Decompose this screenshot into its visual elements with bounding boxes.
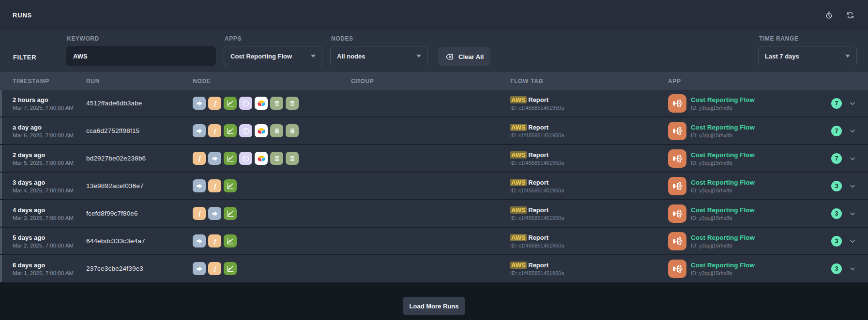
app-cell: Cost Reporting Flow ID: y3qujj15rhx8b [668,94,813,113]
expand-chevron-icon[interactable] [849,155,856,162]
node-chip-chart-icon[interactable] [224,262,237,275]
node-chip-chart-icon[interactable] [224,207,237,220]
node-chip-list: f [193,262,351,275]
node-chip-function-icon[interactable]: f [208,262,221,275]
run-row[interactable]: 2 days ago Mar 5, 2025, 7:00:00 AM bd292… [0,145,868,173]
run-row[interactable]: 3 days ago Mar 4, 2025, 7:00:00 AM 13e98… [0,173,868,200]
app-name-link[interactable]: Cost Reporting Flow [691,262,755,269]
node-chip-timer-icon[interactable] [239,97,252,110]
node-chip-function-icon[interactable]: f [208,97,221,110]
nodes-dropdown-value: All nodes [337,53,365,60]
apps-label: APPS [225,35,322,42]
flow-app-icon [668,177,686,195]
nodes-dropdown[interactable]: All nodes [330,46,428,66]
node-chip-function-icon[interactable]: f [208,124,221,137]
app-name-link[interactable]: Cost Reporting Flow [691,206,755,214]
keyword-highlight: AWS [510,96,527,103]
time-range-filter-group: TIME RANGE Last 7 days [758,30,857,66]
chevron-down-icon [311,55,316,58]
expand-chevron-icon[interactable] [849,182,856,190]
node-chip-list-icon[interactable] [286,152,299,165]
node-chip-arrow-icon[interactable] [193,234,206,247]
run-row[interactable]: 5 days ago Mar 2, 2025, 7:00:00 AM 644eb… [0,228,868,255]
run-relative-time: 2 days ago [13,151,86,159]
flow-tab-id: ID: c1f455851451950a [510,270,668,276]
app-name-link[interactable]: Cost Reporting Flow [691,179,755,186]
node-chip-arrow-icon[interactable] [193,124,206,137]
refresh-button[interactable] [845,10,855,20]
run-relative-time: 6 days ago [13,262,86,269]
node-count-badge: 3 [831,181,842,191]
flow-tab-cell: AWS Report ID: c1f455851451950a [510,124,668,138]
row-actions: 7 [813,98,856,109]
apps-dropdown-value: Cost Reporting Flow [230,53,292,60]
expand-chevron-icon[interactable] [849,127,856,135]
node-chip-list-icon[interactable] [270,124,283,137]
flow-tab-name: Report [528,206,548,214]
flow-app-icon [668,149,686,168]
app-id: ID: y3qujj15rhx8b [691,215,755,221]
node-chip-list-icon[interactable] [286,124,299,137]
node-chip-timer-icon[interactable] [239,152,252,165]
expand-chevron-icon[interactable] [849,237,856,245]
run-timestamp: Mar 1, 2025, 7:00:00 AM [13,270,86,276]
node-chip-timer-icon[interactable] [239,124,252,137]
nodes-label: NODES [331,35,428,42]
run-row[interactable]: 2 hours ago Mar 7, 2025, 7:00:00 AM 4512… [0,90,868,117]
node-chip-function-icon[interactable]: f [208,179,221,192]
load-more-runs-button[interactable]: Load More Runs [403,297,466,315]
node-chip-airtable-icon[interactable] [255,124,268,137]
node-chip-function-icon[interactable]: f [193,207,206,220]
node-chip-chart-icon[interactable] [224,179,237,192]
app-name-link[interactable]: Cost Reporting Flow [691,151,755,159]
node-chip-chart-icon[interactable] [224,97,237,110]
run-id: fcefd8f99c7f80e6 [86,210,193,217]
run-row[interactable]: 4 days ago Mar 3, 2025, 7:00:00 AM fcefd… [0,200,868,228]
clear-all-label: Clear All [458,53,484,60]
node-chip-chart-icon[interactable] [224,152,237,165]
flow-tab-name: Report [528,234,548,241]
column-header-node: NODE [193,78,351,85]
run-relative-time: 3 days ago [13,179,86,186]
app-name-link[interactable]: Cost Reporting Flow [691,124,755,131]
keyword-filter-group: KEYWORD [66,30,216,66]
node-chip-chart-icon[interactable] [224,124,237,137]
node-chip-chart-icon[interactable] [224,234,237,247]
node-chip-airtable-icon[interactable] [255,97,268,110]
node-chip-list-icon[interactable] [270,152,283,165]
node-chip-function-icon[interactable]: f [193,152,206,165]
svg-text:f: f [198,210,201,217]
timestamp-cell: 6 days ago Mar 1, 2025, 7:00:00 AM [13,262,86,276]
node-chip-arrow-icon[interactable] [193,179,206,192]
runs-table-body: 2 hours ago Mar 7, 2025, 7:00:00 AM 4512… [0,90,868,283]
run-id: 644ebdc333c3e4a7 [86,237,193,245]
node-chip-function-icon[interactable]: f [208,234,221,247]
node-count-badge: 7 [831,153,842,164]
run-row[interactable]: 6 days ago Mar 1, 2025, 7:00:00 AM 237ce… [0,255,868,283]
svg-text:f: f [214,265,217,272]
node-chip-arrow-icon[interactable] [193,97,206,110]
node-chip-arrow-icon[interactable] [208,207,221,220]
node-chip-arrow-icon[interactable] [208,152,221,165]
app-name-link[interactable]: Cost Reporting Flow [691,96,755,103]
expand-chevron-icon[interactable] [849,210,856,218]
flow-tab-name: Report [528,124,548,131]
timer-off-button[interactable] [823,10,834,20]
run-id: 237ce3cbe24f39e3 [86,265,193,272]
nodes-filter-group: NODES All nodes [330,30,428,66]
expand-chevron-icon[interactable] [849,265,856,273]
node-chip-arrow-icon[interactable] [193,262,206,275]
apps-dropdown[interactable]: Cost Reporting Flow [224,46,322,66]
node-chip-list-icon[interactable] [270,97,283,110]
page-title: RUNS [13,12,32,19]
clear-all-button[interactable]: Clear All [438,47,490,66]
node-chip-airtable-icon[interactable] [255,152,268,165]
time-range-dropdown[interactable]: Last 7 days [758,46,857,66]
expand-chevron-icon[interactable] [849,100,856,107]
run-row[interactable]: a day ago Mar 6, 2025, 7:00:00 AM cca6d2… [0,117,868,145]
node-chip-list-icon[interactable] [286,97,299,110]
timestamp-cell: a day ago Mar 6, 2025, 7:00:00 AM [13,124,86,138]
keyword-input[interactable] [66,46,216,66]
app-name-link[interactable]: Cost Reporting Flow [691,234,755,241]
flow-tab-id: ID: c1f455851451950a [510,188,668,193]
